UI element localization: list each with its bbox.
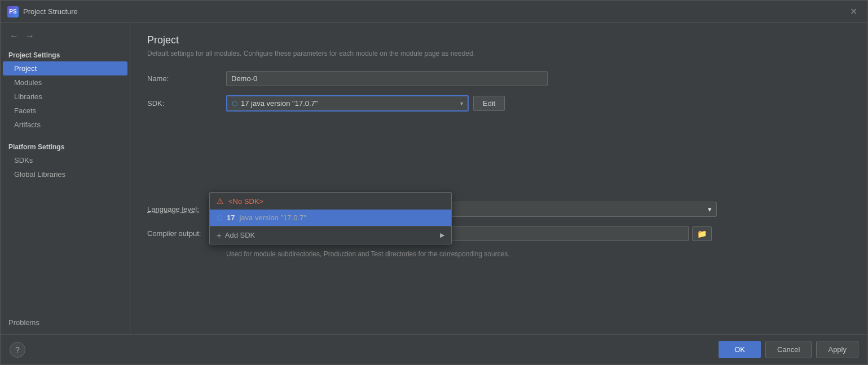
- dropdown-item-no-sdk[interactable]: ⚠ <No SDK>: [210, 193, 451, 210]
- sdk-label: SDK:: [147, 99, 226, 108]
- nav-buttons: ← →: [1, 28, 130, 47]
- project-settings-section-label: Project Settings: [1, 47, 130, 61]
- compiler-output-hint: Used for module subdirectories, Producti…: [226, 250, 851, 258]
- main-content: Project Default settings for all modules…: [130, 23, 867, 334]
- apply-button[interactable]: Apply: [816, 341, 858, 358]
- compiler-output-folder-button[interactable]: 📁: [692, 226, 712, 241]
- sdk-dropdown-arrow: ▾: [460, 100, 463, 106]
- sdk-dropdown-popup: ⚠ <No SDK> ⬡ 17 java version "17.0.7" + …: [209, 192, 452, 244]
- no-sdk-label: <No SDK>: [228, 197, 263, 206]
- title-bar-left: PS Project Structure: [7, 6, 78, 17]
- sidebar-item-artifacts[interactable]: Artifacts: [1, 118, 130, 132]
- close-button[interactable]: ✕: [847, 5, 861, 18]
- sdk-dropdown-wrapper: ⬡ 17 java version "17.0.7" ▾ Edit: [226, 95, 505, 112]
- sdk-select[interactable]: ⬡ 17 java version "17.0.7" ▾: [226, 95, 469, 112]
- name-input[interactable]: [226, 71, 548, 86]
- sdk-17-detail: java version "17.0.7": [239, 213, 306, 222]
- add-sdk-plus-icon: +: [217, 230, 222, 240]
- page-title: Project: [147, 34, 851, 46]
- back-button[interactable]: ←: [7, 30, 21, 42]
- name-label: Name:: [147, 74, 226, 83]
- platform-settings-section-label: Platform Settings: [1, 139, 130, 153]
- dialog-title: Project Structure: [23, 7, 78, 16]
- forward-button[interactable]: →: [23, 30, 37, 42]
- dialog-footer: ? OK Cancel Apply: [1, 334, 867, 364]
- sdk-17-icon: ⬡: [217, 214, 222, 222]
- footer-right: OK Cancel Apply: [719, 341, 858, 358]
- sidebar-item-global-libraries[interactable]: Global Libraries: [1, 167, 130, 181]
- sdk-cup-icon: ⬡: [232, 100, 237, 108]
- sidebar-item-sdks[interactable]: SDKs: [1, 153, 130, 167]
- project-structure-dialog: PS Project Structure ✕ ← → Project Setti…: [0, 0, 868, 365]
- cancel-button[interactable]: Cancel: [765, 341, 812, 358]
- name-row: Name:: [147, 71, 851, 86]
- sidebar: ← → Project Settings Project Modules Lib…: [1, 23, 130, 334]
- add-sdk-item[interactable]: + Add SDK ▶: [210, 226, 451, 244]
- sidebar-item-problems[interactable]: Problems: [1, 315, 130, 330]
- footer-left: ?: [10, 342, 25, 358]
- sidebar-item-libraries[interactable]: Libraries: [1, 90, 130, 104]
- sdk-row: SDK: ⬡ 17 java version "17.0.7" ▾ Edit: [147, 95, 851, 112]
- sdk-17-version: 17: [227, 213, 235, 222]
- app-icon: PS: [7, 6, 19, 17]
- sidebar-item-project[interactable]: Project: [3, 61, 127, 75]
- sdk-edit-button[interactable]: Edit: [473, 96, 505, 111]
- add-sdk-label: Add SDK: [225, 231, 255, 239]
- dialog-body: ← → Project Settings Project Modules Lib…: [1, 23, 867, 334]
- page-subtitle: Default settings for all modules. Config…: [147, 50, 851, 57]
- sdk-selected-text: 17 java version "17.0.7": [241, 99, 318, 108]
- language-level-dropdown-arrow: ▾: [708, 205, 712, 213]
- title-bar: PS Project Structure ✕: [1, 1, 867, 23]
- no-sdk-warning-icon: ⚠: [217, 197, 224, 206]
- help-button[interactable]: ?: [10, 342, 25, 358]
- dropdown-item-sdk-17[interactable]: ⬡ 17 java version "17.0.7": [210, 210, 451, 226]
- add-sdk-arrow-icon: ▶: [440, 232, 444, 239]
- ok-button[interactable]: OK: [719, 341, 761, 358]
- sidebar-item-modules[interactable]: Modules: [1, 75, 130, 90]
- sidebar-item-facets[interactable]: Facets: [1, 104, 130, 118]
